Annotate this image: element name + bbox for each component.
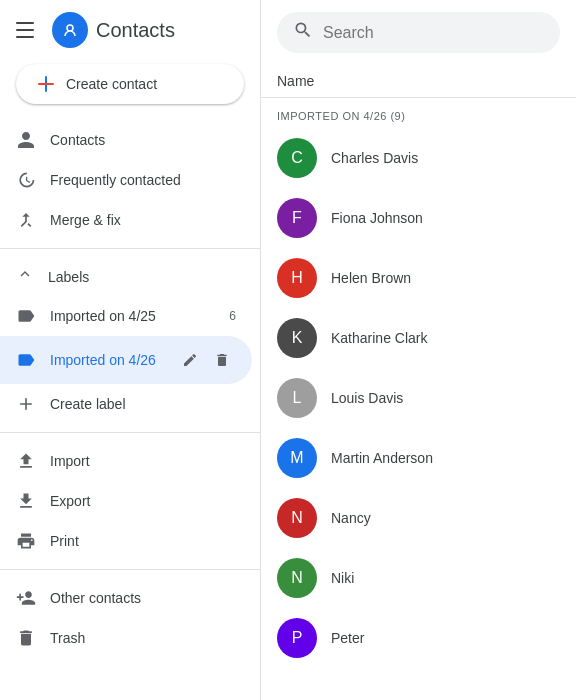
sidebar-item-imported-426[interactable]: Imported on 4/26 (0, 336, 252, 384)
contact-row[interactable]: LLouis Davis (261, 368, 576, 428)
contact-name: Fiona Johnson (331, 210, 423, 226)
plus-icon (36, 74, 56, 94)
sidebar-item-other-contacts[interactable]: Other contacts (0, 578, 252, 618)
contact-row[interactable]: HHelen Brown (261, 248, 576, 308)
add-icon (16, 394, 36, 414)
contact-name: Helen Brown (331, 270, 411, 286)
sidebar-item-merge[interactable]: Merge & fix (0, 200, 252, 240)
contact-name: Niki (331, 570, 354, 586)
avatar: N (277, 498, 317, 538)
download-icon (16, 491, 36, 511)
search-input[interactable] (323, 24, 544, 42)
edit-label-button[interactable] (176, 346, 204, 374)
contact-name: Katharine Clark (331, 330, 428, 346)
divider-1 (0, 248, 260, 249)
contact-row[interactable]: KKatharine Clark (261, 308, 576, 368)
sidebar-item-imported-425[interactable]: Imported on 4/25 6 (0, 296, 252, 336)
labels-section-header[interactable]: Labels (0, 257, 260, 296)
avatar: L (277, 378, 317, 418)
label-icon-2 (16, 350, 36, 370)
label-icon-1 (16, 306, 36, 326)
contacts-list: IMPORTED ON 4/26 (9) CCharles DavisFFion… (261, 98, 576, 700)
person-add-icon (16, 588, 36, 608)
upload-icon (16, 451, 36, 471)
sidebar: Contacts Create contact Contacts Frequen… (0, 0, 260, 700)
sidebar-header: Contacts (0, 8, 260, 60)
avatar: K (277, 318, 317, 358)
avatar: F (277, 198, 317, 238)
create-contact-button[interactable]: Create contact (16, 64, 244, 104)
sidebar-item-create-label[interactable]: Create label (0, 384, 252, 424)
contact-name: Peter (331, 630, 364, 646)
contact-row[interactable]: MMartin Anderson (261, 428, 576, 488)
person-icon (16, 130, 36, 150)
contact-name: Charles Davis (331, 150, 418, 166)
delete-label-button[interactable] (208, 346, 236, 374)
history-icon (16, 170, 36, 190)
avatar: C (277, 138, 317, 178)
import-group-label: IMPORTED ON 4/26 (9) (261, 98, 576, 128)
sidebar-item-frequently[interactable]: Frequently contacted (0, 160, 252, 200)
divider-3 (0, 569, 260, 570)
avatar: P (277, 618, 317, 658)
chevron-up-icon (16, 265, 34, 288)
logo-icon (52, 12, 88, 48)
contact-row[interactable]: CCharles Davis (261, 128, 576, 188)
contact-name: Martin Anderson (331, 450, 433, 466)
contact-name: Louis Davis (331, 390, 403, 406)
avatar: H (277, 258, 317, 298)
contact-row[interactable]: FFiona Johnson (261, 188, 576, 248)
app-logo: Contacts (52, 12, 175, 48)
merge-icon (16, 210, 36, 230)
contact-name: Nancy (331, 510, 371, 526)
svg-point-0 (60, 20, 80, 40)
contacts-column-header: Name (261, 65, 576, 98)
print-icon (16, 531, 36, 551)
label-actions (176, 346, 236, 374)
main-content: Name IMPORTED ON 4/26 (9) CCharles Davis… (260, 0, 576, 700)
menu-icon[interactable] (16, 18, 40, 42)
trash-icon (16, 628, 36, 648)
sidebar-item-import[interactable]: Import (0, 441, 252, 481)
avatar: M (277, 438, 317, 478)
contact-row[interactable]: NNiki (261, 548, 576, 608)
contact-row[interactable]: PPeter (261, 608, 576, 668)
sidebar-item-contacts[interactable]: Contacts (0, 120, 252, 160)
sidebar-item-export[interactable]: Export (0, 481, 252, 521)
search-icon (293, 20, 313, 45)
app-title: Contacts (96, 19, 175, 42)
contact-row[interactable]: NNancy (261, 488, 576, 548)
divider-2 (0, 432, 260, 433)
sidebar-item-trash[interactable]: Trash (0, 618, 252, 658)
sidebar-nav: Contacts Frequently contacted Merge & fi… (0, 120, 260, 240)
sidebar-item-print[interactable]: Print (0, 521, 252, 561)
avatar: N (277, 558, 317, 598)
search-bar (277, 12, 560, 53)
